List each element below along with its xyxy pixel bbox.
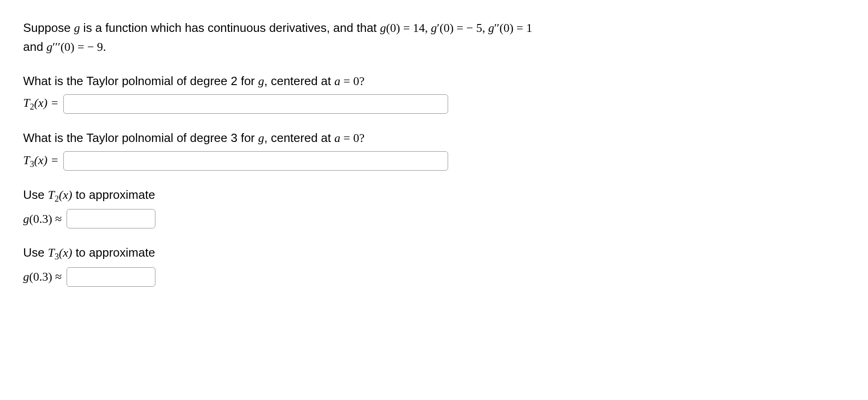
var-g: g bbox=[258, 131, 264, 145]
gp-val: (0) = − 5, bbox=[439, 21, 488, 35]
q2-text: = 0? bbox=[340, 131, 364, 145]
q2-text: , centered at bbox=[264, 131, 334, 145]
q1-text: What is the Taylor polnomial of degree 2… bbox=[23, 74, 258, 88]
g03-t3-label: g(0.3) ≈ bbox=[23, 270, 62, 284]
sub-2: 2 bbox=[55, 194, 59, 203]
q4-text: to approximate bbox=[72, 246, 155, 259]
intro-text: is a function which has continuous deriv… bbox=[80, 21, 380, 35]
sub-3: 3 bbox=[55, 252, 59, 262]
x: (x) bbox=[59, 188, 72, 202]
question-1: What is the Taylor polnomial of degree 2… bbox=[23, 72, 845, 114]
q1-text: = 0? bbox=[340, 74, 364, 88]
q3-text: to approximate bbox=[72, 188, 155, 202]
gppp-val: (0) = − 9. bbox=[61, 40, 106, 54]
problem-intro: Suppose g is a function which has contin… bbox=[23, 18, 845, 57]
q3-text: Use bbox=[23, 188, 48, 202]
x: (x) bbox=[59, 246, 72, 259]
t2-input[interactable] bbox=[63, 94, 448, 114]
var-a: a bbox=[334, 74, 340, 88]
prime: ′′′ bbox=[53, 40, 61, 54]
var-T: T bbox=[48, 246, 54, 259]
question-4: Use T3(x) to approximate g(0.3) ≈ bbox=[23, 243, 845, 286]
gprime: g bbox=[431, 21, 437, 35]
g03-t3-input[interactable] bbox=[67, 267, 155, 287]
prime: ′′ bbox=[494, 21, 499, 35]
t3-input[interactable] bbox=[63, 151, 448, 171]
q2-text: What is the Taylor polnomial of degree 3… bbox=[23, 131, 258, 145]
g03-label: g(0.3) ≈ bbox=[23, 212, 62, 226]
t3-label: T3(x) = bbox=[23, 153, 59, 169]
var-g: g bbox=[258, 74, 264, 88]
q1-text: , centered at bbox=[264, 74, 334, 88]
gpp-val: (0) = 1 bbox=[499, 21, 532, 35]
var-a: a bbox=[334, 131, 340, 145]
var-g: g bbox=[74, 21, 80, 35]
g03-t2-input[interactable] bbox=[67, 209, 155, 228]
question-3: Use T2(x) to approximate g(0.3) ≈ bbox=[23, 185, 845, 228]
intro-text: and bbox=[23, 40, 47, 54]
gpp: g bbox=[488, 21, 494, 35]
var-T: T bbox=[48, 188, 54, 202]
t2-label: T2(x) = bbox=[23, 96, 59, 112]
q4-text: Use bbox=[23, 246, 48, 259]
g0-val: (0) = 14, bbox=[386, 21, 431, 35]
question-2: What is the Taylor polnomial of degree 3… bbox=[23, 129, 845, 171]
g0: g bbox=[380, 21, 386, 35]
gppp: g bbox=[47, 40, 53, 54]
intro-text: Suppose bbox=[23, 21, 74, 35]
